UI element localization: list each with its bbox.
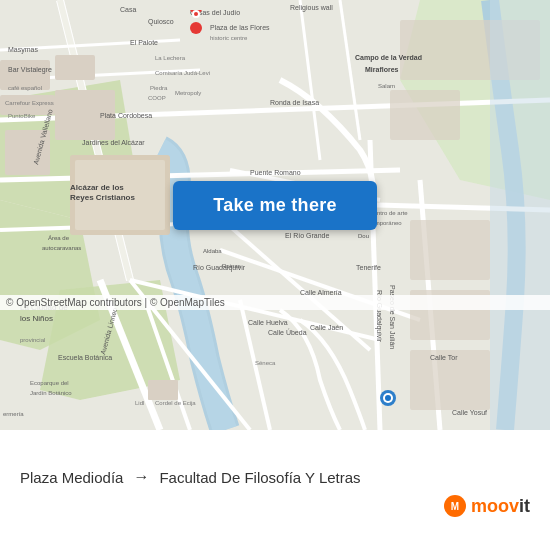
svg-text:Bar Vistalegre: Bar Vistalegre — [8, 66, 52, 74]
svg-text:autocaravanas: autocaravanas — [42, 245, 81, 251]
bottom-bar: Plaza Mediodía → Facultad De Filosofía Y… — [0, 430, 550, 550]
svg-point-80 — [385, 395, 391, 401]
svg-rect-18 — [148, 380, 178, 400]
svg-text:Comisaría Judá-Levi: Comisaría Judá-Levi — [155, 70, 210, 76]
svg-text:Ecoparque del: Ecoparque del — [30, 380, 69, 386]
svg-text:La Lechera: La Lechera — [155, 55, 186, 61]
svg-text:Río Guadalquivir: Río Guadalquivir — [193, 264, 246, 272]
svg-text:Campo de la Verdad: Campo de la Verdad — [355, 54, 422, 62]
moovit-branding: M moovit — [0, 494, 550, 528]
svg-text:M: M — [451, 501, 459, 512]
svg-text:Séneca: Séneca — [255, 360, 276, 366]
svg-text:Miraflores: Miraflores — [365, 66, 399, 73]
svg-text:Ronda de Isasa: Ronda de Isasa — [270, 99, 319, 106]
svg-text:Área de: Área de — [48, 235, 70, 241]
svg-rect-14 — [390, 90, 460, 140]
svg-text:Calle Yosuf: Calle Yosuf — [452, 409, 487, 416]
svg-text:Calle Huelva: Calle Huelva — [248, 319, 288, 326]
svg-text:Metropoly: Metropoly — [175, 90, 201, 96]
route-arrow-icon: → — [133, 468, 149, 486]
svg-text:Jardines del Alcázar: Jardines del Alcázar — [82, 139, 145, 146]
svg-text:Aldaba: Aldaba — [203, 248, 222, 254]
svg-text:El Río Grande: El Río Grande — [285, 232, 329, 239]
svg-text:Tenerife: Tenerife — [356, 264, 381, 271]
svg-text:Calle Jaén: Calle Jaén — [310, 324, 343, 331]
svg-text:Masymas: Masymas — [8, 46, 38, 54]
svg-text:historic centre: historic centre — [210, 35, 248, 41]
svg-rect-19 — [490, 0, 550, 430]
map-container: Masymas Bar Vistalegre café español Carr… — [0, 0, 550, 430]
origin-label: Plaza Mediodía — [20, 469, 123, 486]
app-container: Masymas Bar Vistalegre café español Carr… — [0, 0, 550, 550]
svg-text:Religious wall: Religious wall — [290, 4, 333, 12]
svg-point-84 — [194, 12, 198, 16]
svg-text:Alcázar de los: Alcázar de los — [70, 183, 124, 192]
svg-text:Dou: Dou — [358, 233, 369, 239]
moovit-brand-name: moovit — [471, 496, 530, 517]
svg-text:El Palote: El Palote — [130, 39, 158, 46]
svg-text:Plaza de las Flores: Plaza de las Flores — [210, 24, 270, 31]
svg-rect-7 — [55, 55, 95, 80]
svg-point-81 — [190, 22, 202, 34]
attribution-bar: © OpenStreetMap contributors | © OpenMap… — [0, 295, 550, 310]
svg-text:Reyes Cristianos: Reyes Cristianos — [70, 193, 135, 202]
svg-text:PuntoBike: PuntoBike — [8, 113, 36, 119]
svg-text:ermería: ermería — [3, 411, 24, 417]
svg-text:Quiosco: Quiosco — [148, 18, 174, 26]
svg-text:Casa: Casa — [120, 6, 136, 13]
svg-text:Puente Romano: Puente Romano — [250, 169, 301, 176]
svg-text:Jardín Botánico: Jardín Botánico — [30, 390, 72, 396]
take-me-there-button[interactable]: Take me there — [173, 181, 377, 230]
destination-label: Facultad De Filosofía Y Letras — [159, 469, 360, 486]
svg-text:Plata Cordobesa: Plata Cordobesa — [100, 112, 152, 119]
svg-text:Calle Tor: Calle Tor — [430, 354, 458, 361]
svg-text:Escuela Botánica: Escuela Botánica — [58, 354, 112, 361]
svg-text:café español: café español — [8, 85, 42, 91]
svg-text:Calle Úbeda: Calle Úbeda — [268, 328, 307, 336]
svg-text:Cordel de Ecija: Cordel de Ecija — [155, 400, 196, 406]
svg-rect-15 — [410, 220, 490, 280]
svg-text:Lidl: Lidl — [135, 400, 144, 406]
svg-text:COOP: COOP — [148, 95, 166, 101]
attribution-text: © OpenStreetMap contributors | © OpenMap… — [6, 297, 225, 308]
svg-text:provincial: provincial — [20, 337, 45, 343]
svg-text:Carrefour Express: Carrefour Express — [5, 100, 54, 106]
svg-text:Salam: Salam — [378, 83, 395, 89]
svg-text:los Niños: los Niños — [20, 314, 53, 323]
moovit-logo-icon: M — [443, 494, 467, 518]
route-row: Plaza Mediodía → Facultad De Filosofía Y… — [0, 452, 550, 494]
svg-text:Piedra: Piedra — [150, 85, 168, 91]
